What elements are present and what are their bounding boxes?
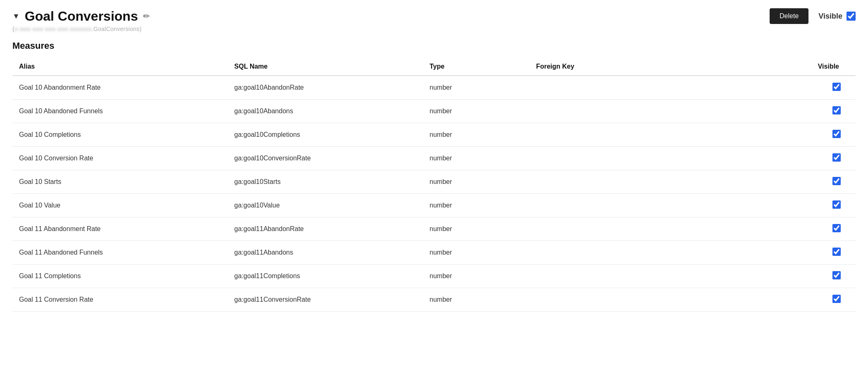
cell-foreign-key xyxy=(536,100,767,123)
row-visible-checkbox[interactable] xyxy=(832,200,841,209)
table-row: Goal 10 Conversion Ratega:goal10Conversi… xyxy=(12,147,856,170)
row-visible-checkbox[interactable] xyxy=(832,83,841,91)
row-visible-checkbox[interactable] xyxy=(832,224,841,232)
cell-type: number xyxy=(429,100,536,123)
row-visible-checkbox[interactable] xyxy=(832,295,841,303)
cell-sql-name: ga:goal10ConversionRate xyxy=(234,147,429,170)
cell-foreign-key xyxy=(536,76,767,100)
cell-type: number xyxy=(429,217,536,241)
page-container: ▼ Goal Conversions ✏ Delete Visible (● ●… xyxy=(0,0,868,320)
cell-type: number xyxy=(429,123,536,147)
cell-foreign-key xyxy=(536,241,767,265)
cell-alias: Goal 11 Completions xyxy=(12,265,234,288)
cell-alias: Goal 10 Value xyxy=(12,194,234,217)
cell-alias: Goal 10 Abandonment Rate xyxy=(12,76,234,100)
cell-alias: Goal 11 Abandonment Rate xyxy=(12,217,234,241)
table-row: Goal 11 Completionsga:goal11Completionsn… xyxy=(12,265,856,288)
path-blur: ● ●●● ●●● ●●● ●●● ●●●●●● xyxy=(14,26,92,32)
cell-visible xyxy=(767,170,856,194)
cell-visible xyxy=(767,217,856,241)
cell-visible xyxy=(767,123,856,147)
cell-type: number xyxy=(429,265,536,288)
cell-visible xyxy=(767,100,856,123)
col-header-visible: Visible xyxy=(767,58,856,76)
cell-alias: Goal 11 Abandoned Funnels xyxy=(12,241,234,265)
cell-sql-name: ga:goal10Abandons xyxy=(234,100,429,123)
cell-sql-name: ga:goal10Starts xyxy=(234,170,429,194)
row-visible-checkbox[interactable] xyxy=(832,106,841,114)
cell-sql-name: ga:goal10AbandonRate xyxy=(234,76,429,100)
col-header-type: Type xyxy=(429,58,536,76)
title-section: ▼ Goal Conversions ✏ xyxy=(12,9,150,24)
cell-visible xyxy=(767,76,856,100)
cell-sql-name: ga:goal11AbandonRate xyxy=(234,217,429,241)
delete-button[interactable]: Delete xyxy=(770,8,808,24)
cell-type: number xyxy=(429,241,536,265)
col-header-alias: Alias xyxy=(12,58,234,76)
cell-foreign-key xyxy=(536,194,767,217)
cell-visible xyxy=(767,194,856,217)
cell-sql-name: ga:goal10Completions xyxy=(234,123,429,147)
cell-foreign-key xyxy=(536,123,767,147)
cell-type: number xyxy=(429,147,536,170)
col-header-fk: Foreign Key xyxy=(536,58,767,76)
table-row: Goal 10 Abandonment Ratega:goal10Abandon… xyxy=(12,76,856,100)
row-visible-checkbox[interactable] xyxy=(832,153,841,162)
collapse-arrow-icon[interactable]: ▼ xyxy=(12,12,20,21)
row-visible-checkbox[interactable] xyxy=(832,177,841,185)
table-row: Goal 10 Abandoned Funnelsga:goal10Abando… xyxy=(12,100,856,123)
cell-alias: Goal 10 Abandoned Funnels xyxy=(12,100,234,123)
measures-title: Measures xyxy=(12,41,856,51)
table-row: Goal 10 Startsga:goal10Startsnumber xyxy=(12,170,856,194)
measures-table: Alias SQL Name Type Foreign Key Visible … xyxy=(12,58,856,312)
cell-sql-name: ga:goal11ConversionRate xyxy=(234,288,429,312)
cell-sql-name: ga:goal11Abandons xyxy=(234,241,429,265)
cell-sql-name: ga:goal11Completions xyxy=(234,265,429,288)
row-visible-checkbox[interactable] xyxy=(832,271,841,279)
col-header-sql: SQL Name xyxy=(234,58,429,76)
cell-type: number xyxy=(429,288,536,312)
table-row: Goal 10 Completionsga:goal10Completionsn… xyxy=(12,123,856,147)
table-row: Goal 11 Conversion Ratega:goal11Conversi… xyxy=(12,288,856,312)
cell-type: number xyxy=(429,194,536,217)
cell-foreign-key xyxy=(536,147,767,170)
cell-alias: Goal 11 Conversion Rate xyxy=(12,288,234,312)
cell-visible xyxy=(767,241,856,265)
cell-visible xyxy=(767,288,856,312)
page-title: Goal Conversions xyxy=(25,9,138,24)
cell-type: number xyxy=(429,76,536,100)
header-row: ▼ Goal Conversions ✏ Delete Visible xyxy=(12,8,856,24)
visible-label: Visible xyxy=(818,12,842,21)
measures-section: Measures Alias SQL Name Type Foreign Key… xyxy=(12,41,856,312)
header-controls: Delete Visible xyxy=(770,8,856,24)
table-row: Goal 11 Abandoned Funnelsga:goal11Abando… xyxy=(12,241,856,265)
cell-sql-name: ga:goal10Value xyxy=(234,194,429,217)
row-visible-checkbox[interactable] xyxy=(832,248,841,256)
visible-checkbox[interactable] xyxy=(847,12,856,21)
cell-type: number xyxy=(429,170,536,194)
cell-foreign-key xyxy=(536,217,767,241)
edit-icon[interactable]: ✏ xyxy=(143,11,150,21)
table-header-row: Alias SQL Name Type Foreign Key Visible xyxy=(12,58,856,76)
subtitle-path: (● ●●● ●●● ●●● ●●● ●●●●●●.GoalConversion… xyxy=(12,26,856,32)
cell-visible xyxy=(767,147,856,170)
cell-alias: Goal 10 Starts xyxy=(12,170,234,194)
cell-foreign-key xyxy=(536,265,767,288)
table-row: Goal 11 Abandonment Ratega:goal11Abandon… xyxy=(12,217,856,241)
cell-alias: Goal 10 Completions xyxy=(12,123,234,147)
table-body: Goal 10 Abandonment Ratega:goal10Abandon… xyxy=(12,76,856,312)
cell-foreign-key xyxy=(536,288,767,312)
cell-visible xyxy=(767,265,856,288)
cell-foreign-key xyxy=(536,170,767,194)
row-visible-checkbox[interactable] xyxy=(832,130,841,138)
path-suffix: .GoalConversions) xyxy=(92,26,142,32)
cell-alias: Goal 10 Conversion Rate xyxy=(12,147,234,170)
table-row: Goal 10 Valuega:goal10Valuenumber xyxy=(12,194,856,217)
visible-control: Visible xyxy=(818,12,856,21)
